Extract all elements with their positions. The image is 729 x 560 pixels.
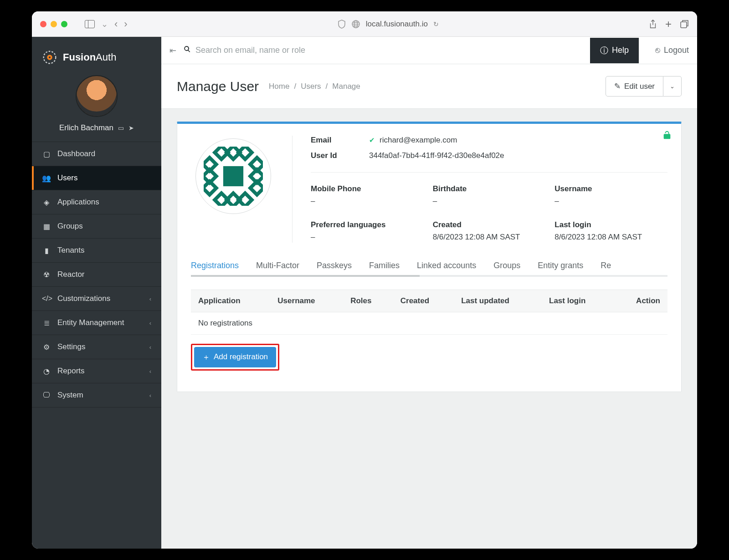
email-label: Email — [311, 136, 361, 145]
chevron-left-icon: ‹ — [149, 344, 151, 351]
forward-icon[interactable]: › — [124, 18, 127, 30]
content: Email ✔richard@example.com User Id 344fa… — [161, 109, 697, 405]
tabs: Registrations Multi-Factor Passkeys Fami… — [191, 261, 667, 277]
chevron-down-icon[interactable]: ⌄ — [101, 19, 108, 29]
sidebar-item-tenants[interactable]: ▮Tenants — [32, 239, 161, 263]
customizations-icon: </> — [42, 295, 51, 303]
tab-passkeys[interactable]: Passkeys — [317, 261, 352, 270]
tab-registrations[interactable]: Registrations — [191, 261, 239, 270]
langs-value: – — [311, 232, 424, 243]
col-action: Action — [613, 290, 667, 312]
browser-window: ⌄ ‹ › local.fusionauth.io ↻ + — [32, 11, 697, 549]
add-registration-button[interactable]: ＋ Add registration — [194, 347, 276, 367]
chevron-left-icon: ‹ — [149, 392, 151, 399]
sidebar-item-label: Dashboard — [57, 149, 95, 158]
edit-user-button[interactable]: ✎Edit user — [606, 76, 663, 97]
sidebar-item-reports[interactable]: ◔Reports‹ — [32, 359, 161, 383]
sidebar-item-label: System — [57, 391, 83, 400]
main: ⇤ ⓘHelp ⎋Logout Manage User Home/ Users/… — [161, 37, 697, 549]
minimize-window-icon[interactable] — [51, 21, 57, 27]
sidebar-item-applications[interactable]: ◈Applications — [32, 190, 161, 214]
tab-linked-accounts[interactable]: Linked accounts — [417, 261, 476, 270]
table-row: No registrations — [191, 312, 667, 334]
site-settings-icon[interactable] — [351, 20, 360, 29]
col-last-login: Last login — [542, 290, 613, 312]
mobile-value: – — [311, 196, 424, 207]
zoom-window-icon[interactable] — [61, 21, 67, 27]
profile-block: Erlich Bachman ▭ ➤ — [32, 69, 161, 142]
tabs-scrollbar[interactable] — [191, 275, 420, 277]
sidebar-item-users[interactable]: 👥Users — [32, 166, 161, 190]
sidebar-item-dashboard[interactable]: ▢Dashboard — [32, 142, 161, 166]
close-window-icon[interactable] — [40, 21, 46, 27]
sidebar-item-groups[interactable]: ▦Groups — [32, 214, 161, 239]
crumb-current: Manage — [332, 82, 360, 91]
privacy-shield-icon[interactable] — [338, 20, 346, 29]
sidebar-item-entity-management[interactable]: ≣Entity Management‹ — [32, 311, 161, 335]
tabs-overview-icon[interactable] — [680, 20, 689, 29]
page-title: Manage User — [177, 79, 259, 94]
page-header: Manage User Home/ Users/ Manage ✎Edit us… — [161, 64, 697, 109]
sidebar-item-settings[interactable]: ⚙Settings‹ — [32, 335, 161, 359]
logout-icon: ⎋ — [655, 46, 660, 55]
help-icon: ⓘ — [600, 45, 608, 56]
brand: FusionAuth — [32, 37, 161, 69]
logout-button[interactable]: ⎋Logout — [646, 46, 689, 55]
col-last-updated: Last updated — [454, 290, 542, 312]
plus-icon: ＋ — [202, 352, 210, 362]
send-icon[interactable]: ➤ — [128, 124, 134, 132]
share-icon[interactable] — [649, 20, 657, 29]
back-icon[interactable]: ‹ — [114, 18, 118, 30]
userid-value: 344fa0af-7bb4-41ff-9f42-d30e8e4af02e — [369, 151, 667, 160]
edit-icon: ✎ — [614, 81, 621, 91]
new-tab-icon[interactable]: + — [665, 18, 672, 31]
username-label: Username — [554, 184, 667, 193]
id-card-icon[interactable]: ▭ — [118, 124, 124, 132]
breadcrumb: Home/ Users/ Manage — [269, 82, 360, 91]
lastlogin-value: 8/6/2023 12:08 AM SAST — [554, 232, 667, 243]
sidebar-item-label: Groups — [57, 222, 83, 231]
sidebar-item-label: Tenants — [57, 246, 85, 255]
brand-name: FusionAuth — [63, 51, 116, 63]
svg-point-5 — [49, 56, 51, 58]
crumb-home[interactable]: Home — [269, 82, 289, 91]
reload-icon[interactable]: ↻ — [433, 20, 439, 28]
browser-chrome: ⌄ ‹ › local.fusionauth.io ↻ + — [32, 11, 697, 37]
col-application: Application — [191, 290, 270, 312]
add-registration-label: Add registration — [214, 352, 268, 361]
sidebar-item-system[interactable]: 🖵System‹ — [32, 383, 161, 407]
address-bar[interactable]: local.fusionauth.io — [366, 20, 428, 29]
sidebar-item-label: Settings — [57, 342, 85, 351]
col-roles: Roles — [343, 290, 393, 312]
sidebar-item-reactor[interactable]: ☢Reactor — [32, 263, 161, 287]
tab-groups[interactable]: Groups — [493, 261, 520, 270]
help-label: Help — [612, 46, 629, 55]
chevron-left-icon: ‹ — [149, 320, 151, 326]
sidebar-item-label: Customizations — [57, 294, 110, 303]
edit-user-group: ✎Edit user ⌄ — [606, 76, 682, 97]
sidebar-item-label: Users — [57, 173, 77, 183]
edit-user-dropdown[interactable]: ⌄ — [663, 76, 682, 97]
unlock-icon[interactable] — [662, 130, 672, 143]
userid-label: User Id — [311, 151, 361, 160]
email-value: richard@example.com — [380, 136, 457, 145]
sidebar-item-customizations[interactable]: </>Customizations‹ — [32, 287, 161, 311]
mobile-label: Mobile Phone — [311, 184, 424, 193]
user-info: Email ✔richard@example.com User Id 344fa… — [292, 136, 667, 243]
sidebar-toggle-icon[interactable] — [85, 20, 95, 28]
collapse-sidebar-icon[interactable]: ⇤ — [169, 46, 176, 56]
help-button[interactable]: ⓘHelp — [590, 38, 639, 63]
avatar[interactable] — [76, 75, 118, 117]
svg-rect-6 — [223, 166, 243, 186]
empty-state: No registrations — [191, 312, 667, 334]
tab-more[interactable]: Re — [601, 261, 611, 270]
tenants-icon: ▮ — [42, 246, 51, 255]
tab-families[interactable]: Families — [369, 261, 400, 270]
col-created: Created — [393, 290, 454, 312]
tab-entity-grants[interactable]: Entity grants — [538, 261, 583, 270]
tab-multi-factor[interactable]: Multi-Factor — [256, 261, 299, 270]
profile-name: Erlich Bachman — [59, 123, 113, 132]
crumb-users[interactable]: Users — [301, 82, 321, 91]
search-input[interactable] — [195, 46, 583, 55]
chevron-left-icon: ‹ — [149, 295, 151, 302]
